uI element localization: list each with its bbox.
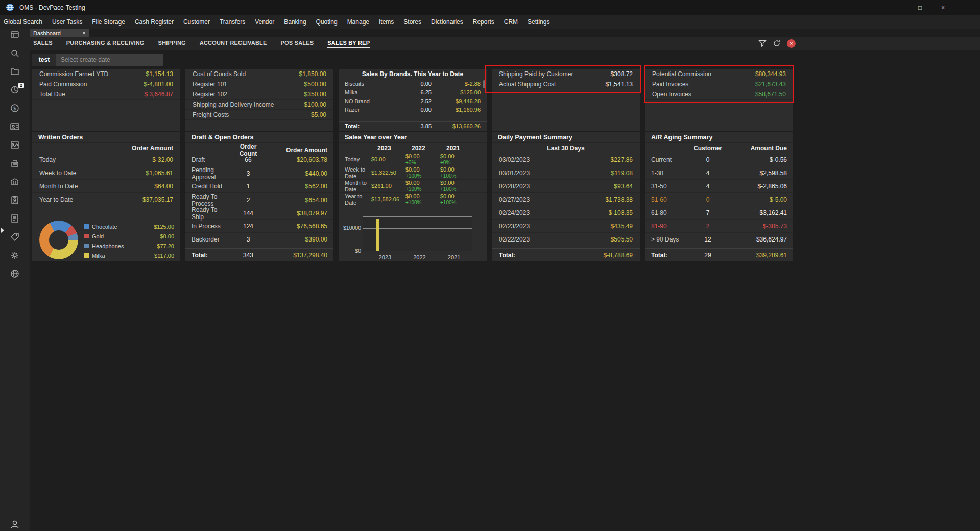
menu-item[interactable]: Reports — [473, 18, 494, 26]
table-row: 02/27/2023 $1,738.38 — [492, 193, 640, 206]
legend-item: Chocolate $125.00 — [84, 222, 174, 231]
panel-title: Written Orders — [32, 132, 180, 143]
total-row: Total: 343 $137,298.40 — [185, 248, 333, 261]
panel-expander-icon[interactable] — [1, 228, 4, 233]
panel-ar-aging: A/R Aging Summary Customer Amount Due Cu… — [645, 132, 793, 261]
legend-item: Milka $117.00 — [84, 251, 174, 260]
menu-item[interactable]: Dictionaries — [431, 18, 463, 26]
dashboard-column-2: Cost of Goods Sold $1,850.00 Register 10… — [185, 69, 333, 263]
table-row: 02/28/2023 $93.64 — [492, 180, 640, 193]
x-axis-label: 2021 — [437, 254, 471, 260]
table-row: Paid Invoices $21,673.43 — [645, 79, 793, 89]
dashboard-subtab[interactable]: POS SALES — [281, 40, 314, 48]
legend-item: Gold $0.00 — [84, 231, 174, 241]
dashboard-column-1: Commission Earned YTD $1,154.13 Paid Com… — [32, 69, 180, 263]
panel-title: A/R Aging Summary — [645, 132, 793, 143]
dashboard-subtab[interactable]: ACCOUNT RECEIVABLE — [200, 40, 267, 48]
tab-dashboard[interactable]: Dashboard × — [30, 29, 89, 37]
menu-item[interactable]: Items — [379, 18, 394, 26]
legend-swatch — [84, 253, 89, 258]
scrollbar-thumb[interactable] — [483, 80, 486, 88]
sidebar-item-media[interactable] — [0, 136, 30, 154]
sidebar-item-search[interactable] — [0, 44, 30, 62]
table-row: In Process 124 $76,568.65 — [185, 220, 333, 233]
sidebar-item-dashboard[interactable] — [0, 26, 30, 44]
menu-item[interactable]: Stores — [403, 18, 421, 26]
menu-item[interactable]: Global Search — [4, 18, 42, 26]
notes-icon — [10, 213, 20, 224]
menu-item[interactable]: Banking — [284, 18, 306, 26]
dashboard-subtab[interactable]: PURCHASING & RECEIVING — [66, 40, 145, 48]
contact-card-icon — [10, 122, 20, 132]
table-row: Today $0.00 $0.00+0% $0.00+0% — [339, 153, 487, 166]
table-row: Commission Earned YTD $1,154.13 — [32, 69, 180, 79]
app-logo-icon — [6, 3, 14, 12]
total-row: Total: $-8,788.69 — [492, 248, 640, 261]
sidebar-item-file-storage[interactable] — [0, 62, 30, 81]
close-button[interactable]: × — [931, 0, 954, 15]
menu-item[interactable]: Transfers — [220, 18, 245, 26]
table-row: Register 101 $500.00 — [185, 79, 333, 89]
menubar: Global Search User Tasks File Storage Ca… — [0, 15, 980, 29]
table-row: Milka 6.25 $125.00 — [339, 88, 487, 96]
sidebar-item-user[interactable] — [0, 519, 30, 529]
dashboard-subtab[interactable]: SALES BY REP — [327, 40, 370, 48]
rep-tab-test[interactable]: test — [32, 54, 56, 66]
sidebar-item-assignments[interactable] — [0, 191, 30, 209]
table-row: Cost of Goods Sold $1,850.00 — [185, 69, 333, 79]
dashboard-close-icon[interactable]: × — [787, 39, 796, 48]
year-header: 2023 — [371, 144, 405, 152]
maximize-button[interactable]: □ — [909, 0, 931, 15]
user-icon — [10, 519, 20, 529]
menu-item[interactable]: CRM — [504, 18, 518, 26]
legend-swatch — [84, 244, 89, 248]
refresh-icon[interactable] — [773, 39, 781, 47]
sidebar-item-tags[interactable] — [0, 228, 30, 246]
table-row: Pending Approval 3 $440.00 — [185, 166, 333, 180]
dashboard-icon — [10, 30, 20, 40]
tab-label: Dashboard — [33, 30, 61, 36]
minimize-button[interactable]: ─ — [886, 0, 909, 15]
menu-item[interactable]: User Tasks — [52, 18, 82, 26]
panel-sales-by-brands: Sales By Brands. This Year to Date Biscu… — [339, 69, 487, 131]
sidebar-item-web[interactable] — [0, 264, 30, 283]
menu-item[interactable]: Manage — [347, 18, 369, 26]
table-row: Razer 0.00 $1,160.96 — [339, 105, 487, 114]
table-row: 02/24/2023 $-108.35 — [492, 206, 640, 220]
table-row: 03/01/2023 $119.08 — [492, 166, 640, 180]
menu-item[interactable]: Settings — [528, 18, 549, 26]
yoy-bar-chart — [363, 216, 472, 251]
app-window: OMS - DevPace-Testing ─ □ × Global Searc… — [0, 0, 980, 531]
tab-close-icon[interactable]: × — [82, 30, 86, 37]
sidebar-item-cash[interactable]: $ — [0, 99, 30, 117]
sidebar-item-tasks[interactable]: 2 — [0, 81, 30, 99]
panel-title: Draft & Open Orders — [185, 132, 333, 143]
chart-bar-2023 — [376, 219, 379, 251]
dashboard-column-4: Shipping Paid by Customer $308.72 Actual… — [492, 69, 640, 263]
dashboard-column-5: Potential Commission $80,344.93 Paid Inv… — [645, 69, 793, 263]
dashboard-subtab[interactable]: SHIPPING — [158, 40, 186, 48]
sidebar-item-register[interactable] — [0, 154, 30, 173]
menu-item[interactable]: Quoting — [316, 18, 338, 26]
document-tab-strip: Dashboard × — [30, 29, 980, 37]
legend-swatch — [84, 224, 89, 229]
table-row: Potential Commission $80,344.93 — [645, 69, 793, 79]
table-row: Shipping and Delivery Income $100.00 — [185, 100, 333, 110]
menu-item[interactable]: Cash Register — [135, 18, 174, 26]
menu-item[interactable]: Customer — [183, 18, 210, 26]
dashboard-subtab[interactable]: SALES — [33, 40, 53, 48]
sidebar-item-contacts[interactable] — [0, 117, 30, 136]
sidebar-item-settings[interactable] — [0, 246, 30, 264]
table-row: 03/02/2023 $227.86 — [492, 153, 640, 166]
table-row: Ready To Ship 144 $38,079.97 — [185, 206, 333, 220]
menu-item[interactable]: File Storage — [92, 18, 125, 26]
create-date-input[interactable]: Select create date — [56, 56, 110, 63]
table-row: Month to Date $261.00 $0.00+100% $0.00+1… — [339, 180, 487, 193]
sidebar-item-notes[interactable] — [0, 209, 30, 228]
menu-item[interactable]: Vendor — [255, 18, 274, 26]
dashboard-toolbar: × — [758, 38, 796, 49]
table-row: Backorder 3 $390.00 — [185, 233, 333, 246]
sidebar-item-banking[interactable] — [0, 173, 30, 191]
svg-text:$: $ — [13, 106, 16, 111]
filter-icon[interactable] — [758, 39, 767, 47]
